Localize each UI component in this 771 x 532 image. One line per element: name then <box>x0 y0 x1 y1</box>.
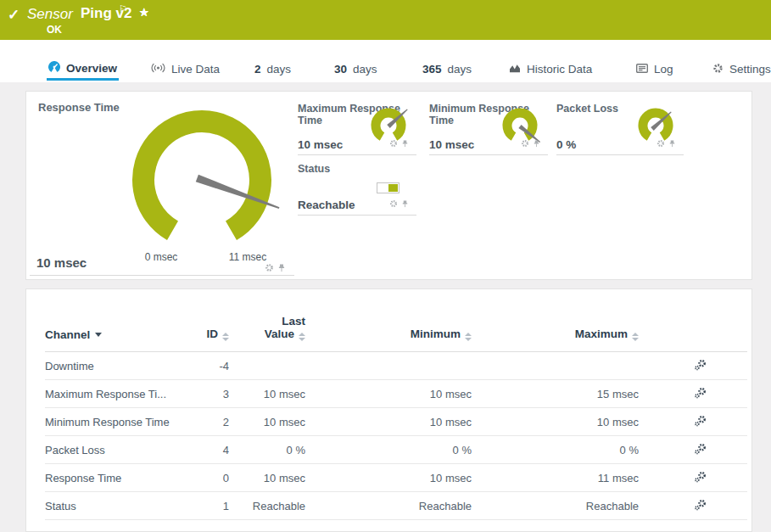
cell-channel: Downtime <box>45 352 185 380</box>
divider <box>30 275 294 276</box>
cell-channel: Maximum Response Ti... <box>45 380 185 408</box>
minimum-response-time-value: 10 msec <box>429 138 474 151</box>
cell-actions <box>639 464 747 492</box>
cell-maximum <box>472 352 639 380</box>
tab-label: Historic Data <box>527 63 592 76</box>
table-row[interactable]: Maximum Response Ti...310 msec10 msec15 … <box>45 380 747 408</box>
gear-icon[interactable] <box>265 260 274 276</box>
channel-settings-icon[interactable] <box>694 361 707 373</box>
status-panel[interactable]: Status Reachable <box>298 156 416 216</box>
table-row[interactable]: Response Time010 msec10 msec11 msec <box>45 464 747 492</box>
table-row[interactable]: Packet Loss40 %0 %0 % <box>45 436 747 464</box>
cell-minimum: 0 % <box>305 436 472 464</box>
tab-overview[interactable]: Overview <box>47 58 119 81</box>
column-header-last-value[interactable]: Last Value <box>229 289 305 352</box>
log-icon <box>636 63 648 76</box>
packet-loss-label: Packet Loss <box>556 103 618 115</box>
object-kind-label: Sensor <box>27 6 73 23</box>
cell-minimum: Reachable <box>305 492 472 520</box>
maximum-response-time-panel[interactable]: Maximum Response Time 10 msec <box>298 96 416 155</box>
gear-icon[interactable] <box>389 136 398 151</box>
pin-icon[interactable] <box>402 136 408 151</box>
response-time-value: 10 msec <box>36 255 87 270</box>
gear-icon <box>712 63 724 76</box>
table-row[interactable]: Status1ReachableReachableReachable <box>45 492 747 520</box>
tab-bar: OverviewLive Data2days30days365daysHisto… <box>0 40 771 82</box>
tab-30-days[interactable]: 30days <box>332 58 379 81</box>
cell-id: -4 <box>185 352 229 380</box>
response-time-gauge[interactable] <box>121 110 282 255</box>
tab-prefix: 365 <box>422 63 442 76</box>
status-toggle-indicator <box>377 182 399 193</box>
minimum-response-time-panel[interactable]: Minimum Response Time 10 msec <box>429 96 548 155</box>
cell-channel: Status <box>45 492 185 520</box>
tab-settings[interactable]: Settings <box>711 58 771 81</box>
tab-log[interactable]: Log <box>634 58 675 81</box>
pin-icon[interactable] <box>534 136 539 151</box>
gauge-icon <box>48 61 60 76</box>
tab-label: Log <box>654 63 673 76</box>
tab-365-days[interactable]: 365days <box>421 58 473 81</box>
cell-actions <box>639 408 747 436</box>
prtg-sensor-page: ✓ Sensor Ping v2 ⚐ ★★★☆☆ OK OverviewLive… <box>0 0 771 532</box>
cell-actions <box>639 492 747 520</box>
cell-id: 4 <box>185 436 229 464</box>
status-ok-check-icon: ✓ <box>8 6 20 24</box>
pin-icon[interactable] <box>278 260 285 276</box>
table-row[interactable]: Downtime-4 <box>45 352 747 380</box>
table-row[interactable]: Minimum Response Time210 msec10 msec10 m… <box>45 408 747 436</box>
response-time-actions <box>265 260 285 276</box>
gear-icon[interactable] <box>521 136 529 151</box>
cell-actions <box>639 436 747 464</box>
column-header-channel[interactable]: Channel <box>45 289 185 352</box>
cell-channel: Response Time <box>45 464 185 492</box>
tab-live-data[interactable]: Live Data <box>149 58 221 81</box>
channel-table: Channel ID Last Value Minimum Maximum <box>45 289 747 520</box>
cell-minimum <box>305 352 472 380</box>
gauge-scale-min: 0 msec <box>136 251 187 263</box>
star-empty-icon[interactable]: ☆ <box>139 6 151 19</box>
tab-historic-data[interactable]: Historic Data <box>507 58 594 81</box>
gear-icon[interactable] <box>389 196 398 211</box>
cell-id: 1 <box>185 492 229 520</box>
column-header-minimum[interactable]: Minimum <box>305 289 472 352</box>
maximum-response-time-value: 10 msec <box>298 138 343 151</box>
channel-settings-icon[interactable] <box>694 445 707 457</box>
channel-settings-icon[interactable] <box>694 501 707 513</box>
channel-table-card: Channel ID Last Value Minimum Maximum <box>25 288 752 532</box>
cell-id: 3 <box>185 380 229 408</box>
pin-icon[interactable] <box>669 136 675 151</box>
cell-last-value <box>229 352 305 380</box>
column-header-maximum[interactable]: Maximum <box>472 289 639 352</box>
status-badge: OK <box>47 24 62 36</box>
cell-last-value: Reachable <box>229 492 305 520</box>
packet-loss-value: 0 % <box>556 138 576 151</box>
tab-label: days <box>448 63 472 76</box>
gear-icon[interactable] <box>656 136 665 151</box>
chart-icon <box>509 63 521 76</box>
sort-icon <box>299 333 305 341</box>
packet-loss-panel[interactable]: Packet Loss 0 % <box>556 96 684 155</box>
cell-maximum: 10 msec <box>472 408 639 436</box>
channel-table-body: Downtime-4Maximum Response Ti...310 msec… <box>45 352 747 520</box>
tab-2-days[interactable]: 2days <box>253 58 293 81</box>
channel-settings-icon[interactable] <box>694 389 707 401</box>
cell-minimum: 10 msec <box>305 408 472 436</box>
cell-maximum: 15 msec <box>472 380 639 408</box>
response-time-label: Response Time <box>38 101 120 114</box>
sort-icon <box>222 333 229 341</box>
cell-actions <box>639 380 747 408</box>
cell-channel: Packet Loss <box>45 436 185 464</box>
pin-icon[interactable] <box>402 196 408 211</box>
channel-settings-icon[interactable] <box>694 417 707 429</box>
sort-icon <box>632 333 639 341</box>
channel-settings-icon[interactable] <box>694 473 707 485</box>
sensor-header: ✓ Sensor Ping v2 ⚐ ★★★☆☆ OK <box>0 0 771 40</box>
cell-id: 2 <box>185 408 229 436</box>
column-header-id[interactable]: ID <box>185 289 229 352</box>
cell-minimum: 10 msec <box>305 380 472 408</box>
tab-label: Settings <box>729 63 771 76</box>
priority-flag-icon[interactable]: ⚐ <box>119 3 127 14</box>
cell-last-value: 10 msec <box>229 408 305 436</box>
cell-last-value: 0 % <box>229 436 305 464</box>
